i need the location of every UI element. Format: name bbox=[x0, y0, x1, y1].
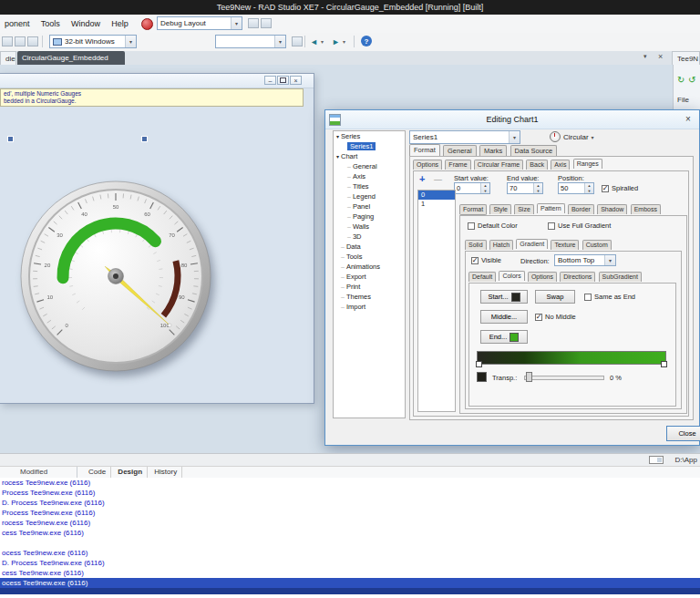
log-line[interactable]: D. Process Tee9new.exe (6116) bbox=[0, 558, 700, 568]
log-line[interactable]: rocess Tee9new.exe (6116) bbox=[0, 518, 700, 528]
minimize-icon[interactable]: – bbox=[264, 76, 276, 85]
transparency-slider[interactable] bbox=[524, 372, 604, 382]
navigate-forward-icon[interactable]: ► bbox=[332, 36, 340, 47]
tab-frame[interactable]: Frame bbox=[445, 160, 470, 170]
gradient-preview-bar[interactable] bbox=[477, 351, 666, 365]
menu-window[interactable]: Window bbox=[67, 15, 105, 33]
save-layout-icon[interactable] bbox=[248, 18, 259, 28]
refresh-icon[interactable]: ↻ bbox=[677, 76, 685, 85]
log-line[interactable]: cess Tee9new.exe (6116) bbox=[0, 568, 700, 578]
menu-tools[interactable]: Tools bbox=[36, 15, 65, 33]
expand-icon[interactable]: ▾ bbox=[336, 133, 339, 139]
tab-default[interactable]: Default bbox=[468, 272, 496, 282]
designer-comment-box[interactable]: ed', multiple Numeric Gauges bedded in a… bbox=[0, 88, 304, 107]
series-combo[interactable]: Series1 ▾ bbox=[409, 130, 520, 144]
tree-item-legend[interactable]: –Legend bbox=[334, 191, 405, 201]
close-tab-icon[interactable]: × bbox=[658, 52, 663, 61]
tab-shadow[interactable]: Shadow bbox=[597, 204, 627, 214]
tab-options[interactable]: Options bbox=[413, 160, 442, 170]
log-line[interactable]: rocess Tee9new.exe (6116) bbox=[0, 478, 700, 488]
dock-panel-icon[interactable] bbox=[649, 456, 664, 464]
remove-range-button[interactable]: — bbox=[434, 175, 442, 184]
end-value-spinner[interactable]: 70 ▲▼ bbox=[507, 182, 543, 194]
toolbar-icon-1[interactable] bbox=[2, 36, 13, 46]
swap-button[interactable]: Swap bbox=[535, 290, 575, 304]
spinner-arrows-icon[interactable]: ▲▼ bbox=[480, 183, 489, 193]
tab-colors[interactable]: Colors bbox=[499, 271, 524, 281]
tab-emboss[interactable]: Emboss bbox=[631, 204, 661, 214]
log-line[interactable]: Process Tee9new.exe (6116) bbox=[0, 488, 700, 498]
start-color-button[interactable]: Start... bbox=[480, 290, 528, 304]
tree-item-series1[interactable]: Series1 bbox=[334, 141, 405, 151]
gradient-handle-end[interactable] bbox=[661, 361, 667, 367]
selection-handle[interactable] bbox=[7, 136, 14, 142]
slider-thumb[interactable] bbox=[526, 372, 532, 382]
selected-color-swatch[interactable] bbox=[477, 372, 487, 382]
same-as-end-checkbox[interactable]: Same as End bbox=[584, 293, 635, 301]
tab-rformat[interactable]: Format bbox=[459, 204, 487, 214]
tree-item-export[interactable]: –Export bbox=[334, 272, 405, 282]
tree-item-chart[interactable]: ▾Chart bbox=[334, 151, 405, 161]
expand-icon[interactable]: ▾ bbox=[336, 153, 339, 160]
menu-component[interactable]: ponent bbox=[0, 15, 35, 33]
gradient-handle-start[interactable] bbox=[476, 361, 482, 367]
tree-item-series[interactable]: ▾Series bbox=[334, 131, 405, 141]
dialog-titlebar[interactable]: Editing Chart1 × bbox=[325, 110, 699, 129]
log-line[interactable] bbox=[0, 538, 700, 548]
search-combo[interactable]: ▾ bbox=[215, 35, 286, 48]
tree-item-data[interactable]: –Data bbox=[334, 242, 405, 252]
tab-size[interactable]: Size bbox=[514, 204, 534, 214]
tab-directions[interactable]: Directions bbox=[560, 272, 595, 282]
position-spinner[interactable]: 50 ▲▼ bbox=[558, 182, 594, 194]
tab-back[interactable]: Back bbox=[526, 160, 548, 170]
log-line[interactable]: D. Process Tee9new.exe (6116) bbox=[0, 498, 700, 508]
navigate-back-icon[interactable]: ◄ bbox=[310, 36, 318, 47]
direction-combo[interactable]: Bottom Top ▾ bbox=[554, 254, 616, 266]
tree-item-3d[interactable]: –3D bbox=[334, 232, 405, 242]
use-full-gradient-checkbox[interactable]: Use Full Gradient bbox=[548, 222, 611, 230]
log-line[interactable]: ocess Tee9new.exe (6116) bbox=[0, 548, 700, 558]
tree-item-animations[interactable]: –Animations bbox=[334, 262, 405, 272]
log-line[interactable]: Process Tee9new.exe (6116) bbox=[0, 508, 700, 518]
close-icon[interactable]: × bbox=[677, 110, 699, 128]
tree-item-themes[interactable]: –Themes bbox=[334, 292, 405, 302]
tree-item-tools[interactable]: –Tools bbox=[334, 252, 405, 262]
tab-texture[interactable]: Texture bbox=[551, 240, 579, 250]
selection-handle[interactable] bbox=[141, 136, 148, 142]
tab-axis[interactable]: Axis bbox=[551, 160, 570, 170]
target-platform-combo[interactable]: 32-bit Windows ▾ bbox=[49, 35, 137, 48]
spiralled-checkbox[interactable]: ✓ Spiralled bbox=[602, 184, 638, 192]
menu-help[interactable]: Help bbox=[107, 15, 133, 33]
toolbar-icon-2[interactable] bbox=[15, 36, 26, 46]
tab-format[interactable]: Format bbox=[409, 144, 440, 157]
tab-hatch[interactable]: Hatch bbox=[489, 240, 513, 250]
tab-code[interactable]: Code bbox=[84, 467, 111, 478]
chevron-down-icon[interactable]: ▾ bbox=[125, 36, 136, 47]
chevron-down-icon[interactable]: ▾ bbox=[274, 36, 285, 47]
no-middle-checkbox[interactable]: ✓ No Middle bbox=[535, 313, 576, 321]
range-list-item[interactable]: 1 bbox=[418, 200, 455, 209]
series-gallery-button[interactable]: Circular ▾ bbox=[550, 131, 594, 142]
tab-subgradient[interactable]: SubGradient bbox=[599, 272, 642, 282]
delete-layout-icon[interactable] bbox=[261, 18, 272, 28]
end-color-button[interactable]: End... bbox=[480, 330, 528, 344]
start-value-spinner[interactable]: 0 ▲▼ bbox=[454, 182, 490, 194]
tree-item-print[interactable]: –Print bbox=[334, 282, 405, 292]
tab-history[interactable]: History bbox=[149, 467, 182, 478]
tab-border[interactable]: Border bbox=[568, 204, 594, 214]
close-button[interactable]: Close bbox=[666, 426, 700, 441]
revert-icon[interactable]: ↺ bbox=[688, 76, 695, 85]
tab-list-chevron-icon[interactable]: ▾ bbox=[643, 53, 647, 60]
tab-style[interactable]: Style bbox=[489, 204, 511, 214]
tab-pattern[interactable]: Pattern bbox=[537, 203, 565, 213]
tab-ranges[interactable]: Ranges bbox=[573, 159, 602, 169]
tab-custom[interactable]: Custom bbox=[582, 240, 612, 250]
toolbar-icon-3[interactable] bbox=[27, 36, 38, 46]
tree-item-axis[interactable]: –Axis bbox=[334, 171, 405, 181]
tab-goptions[interactable]: Options bbox=[528, 272, 557, 282]
tab-gradient[interactable]: Gradient bbox=[516, 239, 548, 249]
circular-gauge[interactable]: 0102030405060708090100 bbox=[16, 177, 215, 376]
spinner-arrows-icon[interactable]: ▲▼ bbox=[533, 183, 542, 193]
forward-history-chevron-icon[interactable]: ▾ bbox=[343, 36, 345, 47]
add-range-button[interactable]: + bbox=[419, 173, 425, 184]
